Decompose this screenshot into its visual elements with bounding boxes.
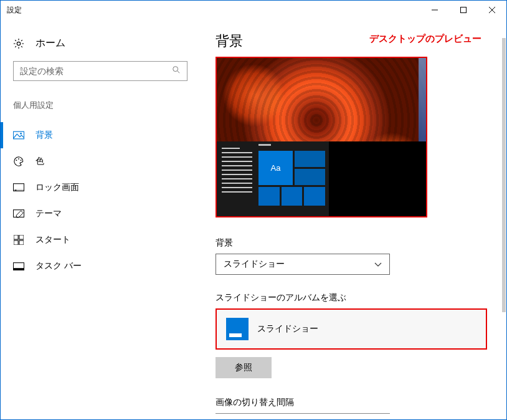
svg-point-10 [18, 158, 19, 160]
annotation-label: デスクトップのプレビュー [369, 33, 481, 45]
gear-icon [13, 38, 24, 49]
preview-taskbar-area: Aa [217, 141, 426, 216]
interval-label: 画像の切り替え間隔 [216, 397, 488, 408]
home-label: ホーム [36, 37, 65, 50]
background-dropdown[interactable]: スライドショー [216, 254, 390, 275]
content: ホーム 個人用設定 背景 色 ロック画面 [1, 19, 506, 419]
nav-label: スタート [36, 234, 70, 246]
sidebar: ホーム 個人用設定 背景 色 ロック画面 [1, 19, 194, 419]
folder-icon [226, 318, 249, 340]
svg-line-6 [178, 71, 180, 74]
svg-rect-21 [13, 268, 24, 270]
divider [216, 413, 390, 414]
theme-icon [13, 208, 24, 219]
album-selection[interactable]: スライドショー [216, 308, 487, 350]
nav-label: 背景 [36, 130, 53, 141]
picture-icon [13, 130, 24, 141]
preview-tile-text: Aa [258, 151, 293, 185]
nav-start[interactable]: スタート [13, 227, 194, 253]
nav-label: テーマ [36, 208, 62, 219]
search-input[interactable] [20, 66, 172, 76]
svg-rect-18 [14, 241, 18, 245]
svg-rect-17 [19, 235, 24, 239]
svg-rect-1 [461, 7, 467, 13]
browse-button[interactable]: 参照 [216, 357, 272, 378]
chevron-down-icon [374, 259, 382, 270]
desktop-preview: Aa [216, 57, 427, 217]
nav-label: タスク バー [36, 260, 82, 272]
window-controls [420, 1, 506, 19]
svg-point-9 [16, 160, 17, 161]
start-icon [13, 234, 24, 246]
preview-tiles: Aa [257, 141, 329, 216]
nav-lockscreen[interactable]: ロック画面 [13, 174, 194, 201]
palette-icon [13, 156, 24, 167]
nav-taskbar[interactable]: タスク バー [13, 253, 194, 279]
album-label: スライドショーのアルバムを選ぶ [216, 292, 488, 303]
taskbar-icon [13, 260, 24, 272]
nav-background[interactable]: 背景 [13, 122, 194, 148]
minimize-button[interactable] [420, 1, 449, 19]
window-title: 設定 [7, 5, 22, 16]
nav-label: ロック画面 [36, 182, 79, 193]
preview-startmenu [217, 141, 257, 216]
search-icon [172, 65, 181, 77]
close-button[interactable] [478, 1, 506, 19]
titlebar: 設定 [1, 1, 506, 19]
svg-point-8 [20, 133, 22, 135]
album-value: スライドショー [257, 323, 318, 335]
background-label: 背景 [216, 237, 488, 249]
nav-label: 色 [36, 156, 44, 167]
search-box[interactable] [13, 61, 187, 81]
scrollbar[interactable] [502, 38, 506, 312]
main-panel: 背景 デスクトップのプレビュー Aa [194, 19, 506, 419]
svg-point-4 [17, 42, 20, 45]
svg-point-11 [21, 160, 22, 161]
nav-colors[interactable]: 色 [13, 148, 194, 174]
section-label: 個人用設定 [13, 100, 194, 111]
dropdown-value: スライドショー [224, 259, 285, 270]
maximize-button[interactable] [449, 1, 478, 19]
home-link[interactable]: ホーム [13, 32, 194, 61]
svg-rect-7 [13, 131, 24, 139]
svg-rect-16 [14, 235, 18, 239]
svg-point-5 [173, 67, 178, 72]
nav-themes[interactable]: テーマ [13, 201, 194, 227]
svg-rect-19 [19, 241, 24, 245]
lockscreen-icon [13, 182, 24, 193]
